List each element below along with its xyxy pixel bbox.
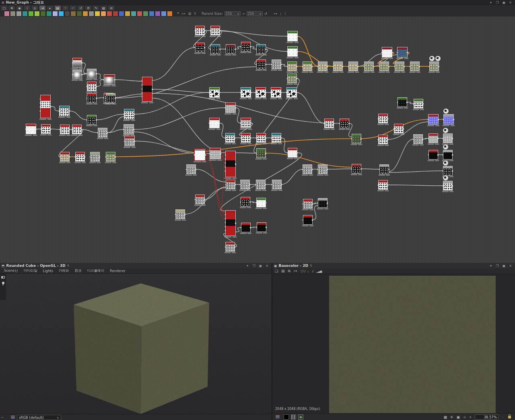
zoom-reset-icon[interactable]: ◦ [502,416,503,419]
palette-node-icon-1[interactable] [10,11,16,16]
graph-node[interactable] [318,164,328,174]
menu3d-item-3[interactable]: 카메라 [59,268,69,273]
dot-node-icon[interactable]: ⊶ [182,12,185,16]
graph-node[interactable] [225,210,236,236]
menu3d-item-6[interactable]: Renderer [110,269,126,273]
close-icon[interactable]: ✕ [509,1,512,4]
graph-node[interactable] [98,128,107,137]
palette-node-icon-23[interactable] [143,11,148,16]
graph-node[interactable] [379,164,389,174]
graph-node[interactable] [413,134,423,144]
float-icon[interactable]: ❐ [253,264,255,268]
palette-node-icon-5[interactable] [34,11,40,16]
screenshot-tool[interactable]: ◉ [16,5,23,11]
graph-node[interactable] [414,99,423,109]
zoom-tool[interactable]: ◎ [31,5,38,11]
graph-node[interactable] [241,223,251,232]
graph-node[interactable] [364,61,374,71]
menu3d-item-1[interactable]: 머티리얼 [23,268,37,273]
wrench-tool[interactable]: ⚙ [85,5,92,11]
histogram-icon[interactable]: ▁▃▅ [316,270,321,273]
graph-node[interactable] [287,74,297,83]
fit-view-tool[interactable]: ⇥ [39,5,46,11]
graph-node[interactable] [429,61,439,71]
graph-node[interactable] [241,87,251,98]
graph-node[interactable] [257,222,266,232]
material-link-tool[interactable]: ▤ [54,5,61,11]
transform-icon[interactable]: ✛ [450,415,453,419]
graph-node[interactable] [90,152,100,162]
node-graph-canvas[interactable] [0,16,515,263]
palette-node-icon-11[interactable] [70,11,76,16]
graph-node[interactable] [186,164,196,174]
maximize-icon[interactable]: ▣ [259,264,262,268]
menu3d-item-2[interactable]: Lights [43,269,53,273]
graph-node[interactable] [397,47,408,57]
graph-node[interactable] [209,87,220,98]
graph-node[interactable] [256,44,266,54]
graph-node[interactable] [225,102,236,113]
graph-node[interactable] [60,125,70,134]
parent-width-select[interactable]: 256∨ [225,11,241,16]
graph-node[interactable] [124,109,134,119]
graph-node[interactable] [256,59,266,69]
graph-node[interactable] [40,95,51,118]
rotate-tool[interactable]: ↺ [77,5,84,11]
pin-icon[interactable]: ✦ [490,1,492,4]
snapshot-tool[interactable]: ▦ [100,5,107,11]
graph-node[interactable] [428,114,439,125]
palette-node-icon-3[interactable] [22,11,28,16]
info-icon[interactable]: i [312,269,313,273]
dot-icon[interactable]: • [470,415,472,419]
zoom-level-field[interactable]: 38.57% [475,414,499,420]
graph-node[interactable] [41,124,51,134]
dock-icon[interactable]: ⇅ [67,264,70,267]
graph-node[interactable] [378,114,388,123]
colorspace-dropdown[interactable]: sRGB (default)∨ [17,415,61,420]
graph-node[interactable] [106,152,115,162]
comment-icon[interactable]: ❝ [177,12,179,16]
tools-icon[interactable]: ⌶ [284,12,286,16]
panel3d-header[interactable]: ⬒ Rounded Cube - OpenGL - 3D ⇅ ✦❐▣✕ [0,263,272,269]
graph-node[interactable] [303,215,313,225]
graph-node[interactable] [225,242,235,252]
graph-node[interactable] [226,180,235,189]
graph-node[interactable] [225,151,236,177]
graph-node[interactable] [318,198,328,208]
dot-link-tool[interactable]: ⁘ [62,5,69,11]
reset-size-icon[interactable]: ↺ [264,12,268,16]
graph-node[interactable] [241,133,251,143]
graph-node[interactable] [72,70,82,79]
graph-node[interactable] [303,61,312,71]
link-horizontal-icon[interactable]: ⊶ [274,12,277,16]
share-node-icon[interactable]: ⊶ [294,269,297,273]
info-tool[interactable]: i [24,5,31,11]
graph-node[interactable] [225,133,235,143]
graph-node[interactable] [348,61,358,71]
center-icon[interactable]: ⊹ [463,415,466,419]
link-size-icon[interactable]: ∞ [242,12,245,16]
graph-node[interactable] [287,46,298,57]
light-icon[interactable] [2,282,4,284]
graph-node[interactable] [59,106,70,116]
menu3d-item-0[interactable]: Scene신 [4,268,18,273]
select-frame-tool[interactable]: ▢ [1,5,8,11]
graph-node[interactable] [209,118,220,128]
palette-node-icon-26[interactable] [161,11,167,16]
graph-node[interactable] [286,87,297,98]
graph-node[interactable] [104,74,115,85]
lock-icon[interactable] [508,416,511,418]
graph-node[interactable] [60,152,70,162]
graph-node[interactable] [124,136,135,146]
graph-node[interactable] [195,195,205,204]
graph-node[interactable] [256,148,266,158]
graph-node[interactable] [195,43,205,52]
graph-node[interactable] [382,47,392,57]
export-image-icon[interactable]: ❏ [275,269,278,273]
graph-node[interactable] [324,119,334,128]
display-icon[interactable]: ▣ [298,414,303,420]
graph-node[interactable] [210,44,220,54]
graph-node[interactable] [210,148,221,159]
menu3d-item-5[interactable]: 디스플레이 [87,268,105,273]
palette-node-icon-18[interactable] [113,11,118,16]
